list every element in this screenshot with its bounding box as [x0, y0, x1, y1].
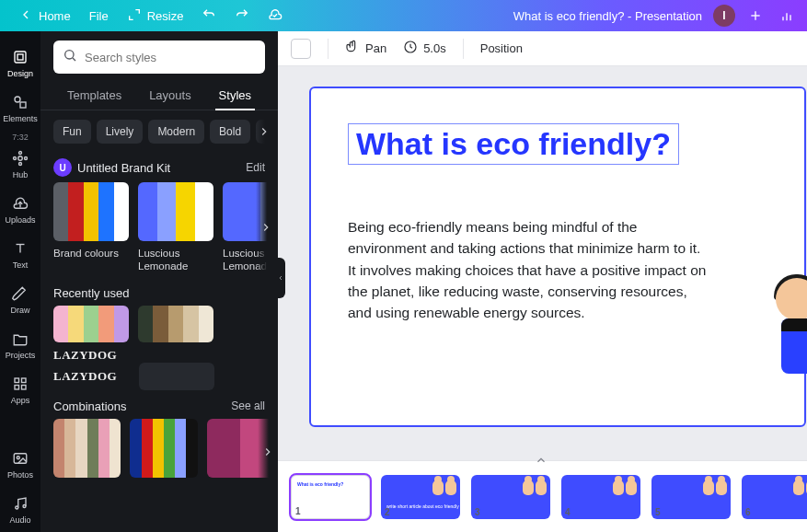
- brand-swatch-card[interactable]: Brand colours: [53, 182, 129, 273]
- combinations-see-all[interactable]: See all: [231, 399, 265, 412]
- home-button[interactable]: Home: [9, 4, 80, 29]
- document-title[interactable]: What is eco friendly? - Presentation: [513, 9, 702, 23]
- svg-rect-19: [15, 386, 19, 390]
- file-menu[interactable]: File: [80, 6, 118, 27]
- combinations-title: Combinations: [53, 399, 127, 413]
- rail-draw[interactable]: Draw: [0, 277, 40, 322]
- rail-projects[interactable]: Projects: [0, 322, 40, 367]
- recently-used-grid: [40, 306, 278, 342]
- chip-bold[interactable]: Bold: [210, 120, 250, 144]
- rail-label: Apps: [11, 396, 30, 405]
- tab-layouts[interactable]: Layouts: [145, 81, 195, 110]
- brand-kit-edit-link[interactable]: Edit: [246, 161, 265, 174]
- thumb-number: 3: [475, 507, 480, 517]
- search-input[interactable]: [85, 51, 256, 64]
- rail-design[interactable]: Design: [0, 40, 40, 86]
- slide-body-text[interactable]: Being eco-friendly means being mindful o…: [348, 216, 707, 323]
- background-color-picker[interactable]: [291, 39, 311, 59]
- slide-thumb[interactable]: 4: [561, 475, 640, 519]
- svg-point-24: [23, 505, 26, 508]
- undo-icon: [202, 7, 216, 25]
- rail-apps[interactable]: Apps: [0, 367, 40, 412]
- chips-scroll-right[interactable]: [254, 120, 274, 144]
- svg-point-23: [16, 506, 18, 509]
- slide-thumb[interactable]: 3: [471, 475, 550, 519]
- svg-rect-5: [15, 52, 26, 63]
- tab-styles[interactable]: Styles: [215, 81, 255, 110]
- font-sample-1: LAZYDOG: [40, 342, 278, 363]
- rail-audio[interactable]: Audio: [0, 487, 40, 532]
- apps-icon: [11, 375, 29, 393]
- analytics-button[interactable]: [776, 5, 798, 27]
- hub-icon: [11, 149, 29, 168]
- slide-thumb[interactable]: 6: [742, 475, 807, 519]
- resize-label: Resize: [147, 9, 184, 23]
- duration-button[interactable]: 5.0s: [403, 40, 446, 57]
- duration-label: 5.0s: [423, 41, 446, 55]
- svg-rect-6: [17, 54, 23, 60]
- canvas-stage[interactable]: What is eco friendly? Being eco-friendly…: [278, 66, 807, 460]
- slide-thumb[interactable]: 1What is eco friendly?: [291, 475, 370, 519]
- thumb-illustration: [703, 480, 727, 495]
- context-toolbar: Pan 5.0s Position: [278, 31, 807, 66]
- brand-swatch-card[interactable]: Luscious Lemonade: [138, 182, 213, 273]
- slide-thumb[interactable]: 2write short article about eco friendly: [381, 475, 460, 519]
- position-button[interactable]: Position: [480, 41, 523, 55]
- cloud-sync-button[interactable]: [259, 4, 292, 29]
- share-add-button[interactable]: [744, 5, 767, 27]
- rail-label: Text: [13, 260, 29, 270]
- resize-button[interactable]: Resize: [118, 4, 193, 29]
- rail-photos[interactable]: Photos: [0, 442, 40, 487]
- recent-swatch-card[interactable]: [53, 306, 129, 342]
- uploads-icon: [11, 194, 29, 213]
- style-chips: Fun Lively Modern Bold Creative: [53, 120, 274, 144]
- recent-swatch-card[interactable]: [138, 306, 213, 342]
- rail-elements[interactable]: Elements: [0, 86, 40, 131]
- search-icon: [63, 48, 77, 66]
- resize-icon: [127, 7, 142, 25]
- rail-text[interactable]: Text: [0, 232, 40, 277]
- rail-label: Photos: [7, 470, 33, 480]
- user-avatar[interactable]: I: [713, 5, 735, 27]
- chip-fun[interactable]: Fun: [53, 120, 91, 144]
- rail-label: Draw: [10, 306, 29, 315]
- tab-templates[interactable]: Templates: [63, 81, 125, 110]
- brand-kit-header: U Untitled Brand Kit Edit: [40, 149, 278, 182]
- brand-kit-title: Untitled Brand Kit: [77, 161, 170, 175]
- thumb-number: 1: [295, 506, 301, 516]
- design-icon: [11, 48, 29, 66]
- slide-thumb[interactable]: 5: [651, 475, 731, 519]
- undo-button[interactable]: [192, 4, 225, 29]
- rail-label: Elements: [3, 114, 38, 123]
- svg-point-22: [17, 457, 19, 459]
- empty-style-card[interactable]: [139, 363, 214, 390]
- filmstrip-collapse[interactable]: [535, 454, 551, 470]
- combination-card[interactable]: [53, 419, 121, 478]
- rail-uploads[interactable]: Uploads: [0, 187, 40, 232]
- chip-lively[interactable]: Lively: [97, 120, 144, 144]
- elements-icon: [11, 93, 29, 111]
- editor-area: Pan 5.0s Position What is eco friendly? …: [278, 31, 807, 532]
- slide-illustration: [763, 278, 807, 453]
- brandkit-scroll-right[interactable]: [256, 182, 276, 273]
- cloud-check-icon: [268, 7, 282, 25]
- combination-card[interactable]: [130, 419, 197, 478]
- pan-button[interactable]: Pan: [345, 40, 386, 57]
- draw-icon: [11, 284, 29, 303]
- rail-label: Hub: [13, 170, 29, 179]
- thumb-illustration: [793, 480, 807, 495]
- panel-collapse-handle[interactable]: [276, 258, 285, 298]
- svg-point-11: [19, 163, 22, 166]
- chip-modern[interactable]: Modern: [148, 120, 204, 144]
- combo-scroll-right[interactable]: [258, 419, 278, 485]
- filmstrip: 1What is eco friendly?2write short artic…: [278, 460, 807, 532]
- slide-title[interactable]: What is eco friendly?: [348, 123, 679, 165]
- search-box[interactable]: [53, 40, 265, 74]
- panel-tabs: Templates Layouts Styles: [40, 81, 278, 110]
- redo-button[interactable]: [225, 4, 259, 29]
- rail-label: Uploads: [5, 215, 35, 225]
- slide-canvas[interactable]: What is eco friendly? Being eco-friendly…: [309, 87, 806, 427]
- top-bar: Home File Resize What is eco friendly? -…: [0, 0, 807, 31]
- hand-icon: [345, 40, 360, 57]
- rail-hub[interactable]: Hub: [0, 142, 40, 187]
